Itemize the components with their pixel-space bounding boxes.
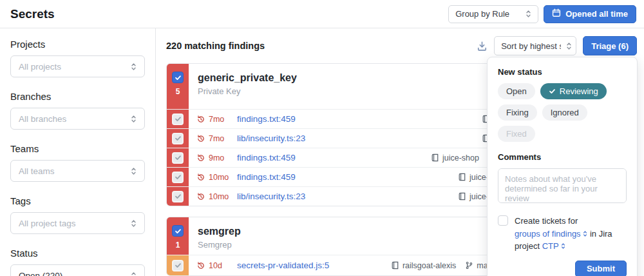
repo-icon (391, 261, 399, 270)
severity-strip (167, 255, 189, 275)
row-checkbox[interactable] (172, 113, 184, 125)
branches-select-value: All branches (19, 114, 66, 124)
row-checkbox[interactable] (172, 133, 184, 144)
check-icon (175, 154, 182, 161)
row-checkbox[interactable] (172, 260, 184, 271)
finding-path-link[interactable]: findings.txt:459 (237, 153, 296, 163)
ticket-project-label: CTP (542, 241, 559, 251)
submit-row: Submit (498, 261, 627, 276)
sort-select-value: Sort by highest severity (501, 41, 561, 51)
filter-status: Status Open (220) (10, 248, 145, 276)
history-icon (196, 261, 205, 270)
group-rule-name: semgrep (198, 226, 241, 237)
chevron-updown-icon (131, 219, 137, 228)
comments-textarea[interactable] (498, 168, 627, 203)
group-by-select[interactable]: Group by Rule (448, 5, 538, 23)
calendar-icon (552, 8, 561, 19)
ticket-groups-label: groups of findings (515, 229, 581, 239)
check-icon (175, 262, 182, 269)
repo-meta: railsgoat-alexis (391, 261, 456, 270)
finding-path-link[interactable]: secrets-pr-validated.js:5 (237, 261, 329, 270)
triage-popover: New status Open Reviewing Fixing Ignored… (487, 57, 638, 276)
status-chip-open[interactable]: Open (498, 83, 535, 99)
status-chip-fixing[interactable]: Fixing (498, 104, 537, 121)
projects-select[interactable]: All projects (10, 55, 145, 77)
finding-path-link[interactable]: findings.txt:459 (237, 114, 296, 124)
status-select-value: Open (220) (19, 271, 62, 276)
opened-all-time-button[interactable]: Opened all time (544, 5, 636, 23)
ticket-prefix: Create tickets for (515, 216, 578, 226)
finding-path-link[interactable]: lib/insecurity.ts:23 (237, 133, 305, 143)
tags-select[interactable]: All project tags (10, 212, 145, 234)
submit-button-label: Submit (587, 264, 615, 273)
toolbar-controls: Sort by highest severity Triage (6) (477, 36, 637, 55)
chevron-updown-icon (131, 63, 137, 71)
severity-strip: 5 (167, 64, 189, 109)
filter-branches: Branches All branches (10, 91, 145, 130)
repo-icon (431, 153, 439, 162)
findings-toolbar: 220 matching findings Sort by highest se… (166, 36, 637, 55)
finding-age: 10d (209, 261, 231, 270)
teams-select-value: All teams (19, 166, 55, 176)
row-checkbox[interactable] (172, 191, 184, 202)
repo-icon (458, 173, 466, 181)
tags-select-value: All project tags (19, 219, 76, 228)
filter-label: Status (10, 248, 145, 259)
status-chip-fixed: Fixed (498, 126, 535, 142)
filter-label: Teams (10, 143, 145, 154)
secrets-page: Secrets Group by Rule Opened all time Pr… (0, 0, 644, 276)
group-checkbox[interactable] (172, 72, 184, 83)
filter-projects: Projects All projects (10, 39, 145, 77)
chevron-updown-icon (526, 10, 531, 18)
filter-tags: Tags All project tags (10, 195, 145, 234)
projects-select-value: All projects (19, 62, 61, 72)
ticket-mid: in (590, 229, 596, 239)
repo-name: railsgoat-alexis (402, 261, 456, 270)
row-checkbox[interactable] (172, 172, 184, 183)
triage-button-label: Triage (6) (591, 41, 629, 51)
finding-age: 7mo (209, 115, 231, 124)
status-chip-reviewing[interactable]: Reviewing (540, 83, 607, 99)
chevron-updown-icon (566, 42, 572, 50)
history-icon (196, 192, 205, 201)
teams-select[interactable]: All teams (10, 160, 145, 182)
group-rule-name: generic_private_key (198, 72, 297, 84)
history-icon (196, 134, 205, 143)
new-status-label: New status (498, 67, 627, 77)
matching-findings-count: 220 matching findings (166, 41, 265, 51)
branches-select[interactable]: All branches (10, 108, 145, 130)
group-checkbox[interactable] (172, 225, 184, 237)
download-icon[interactable] (477, 41, 488, 52)
check-icon (549, 88, 556, 95)
branch-icon (465, 261, 473, 270)
ticket-groups-select[interactable]: groups of findings (515, 229, 587, 239)
create-tickets-checkbox[interactable] (498, 215, 508, 226)
top-header: Secrets Group by Rule Opened all time (0, 0, 644, 28)
sort-select[interactable]: Sort by highest severity (494, 36, 576, 55)
chevron-updown-icon (131, 167, 137, 175)
group-rule-type: Semgrep (198, 240, 241, 250)
filters-sidebar: Projects All projects Branches All branc… (0, 28, 156, 276)
group-rule-type: Private Key (198, 86, 297, 96)
status-chips: Open Reviewing Fixing Ignored Fixed (498, 83, 627, 142)
repo-icon (458, 192, 466, 201)
check-icon (175, 74, 182, 81)
ticket-project-select[interactable]: CTP (542, 241, 565, 251)
history-icon (196, 153, 205, 163)
check-icon (175, 228, 182, 235)
submit-button[interactable]: Submit (575, 261, 627, 276)
filter-label: Projects (10, 39, 145, 50)
history-icon (196, 115, 205, 124)
status-chip-ignored[interactable]: Ignored (542, 104, 587, 121)
header-controls: Group by Rule Opened all time (448, 5, 636, 23)
comments-label: Comments (498, 152, 627, 162)
group-header-text: semgrep Semgrep (189, 217, 241, 255)
row-checkbox[interactable] (172, 152, 184, 164)
finding-path-link[interactable]: lib/insecurity.ts:23 (237, 192, 305, 201)
severity-strip (167, 148, 189, 167)
triage-button[interactable]: Triage (6) (583, 36, 637, 55)
finding-path-link[interactable]: findings.txt:459 (237, 172, 296, 182)
page-title: Secrets (10, 7, 55, 21)
group-by-value: Group by Rule (455, 9, 509, 19)
status-select[interactable]: Open (220) (10, 264, 145, 276)
